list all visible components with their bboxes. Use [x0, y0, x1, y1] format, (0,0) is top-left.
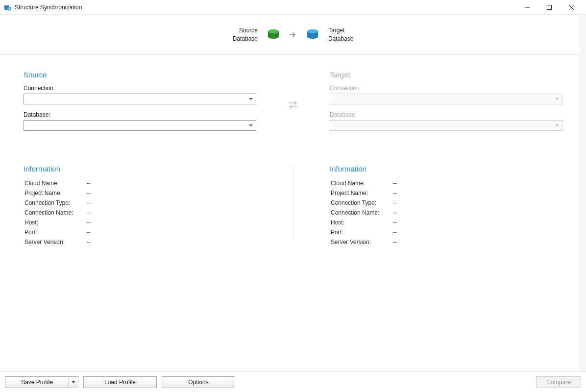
chevron-down-icon	[72, 381, 75, 383]
save-profile-dropdown[interactable]	[69, 381, 78, 383]
source-info-panel: Information Cloud Name:-- Project Name:-…	[24, 165, 256, 247]
svg-point-1	[7, 7, 11, 11]
load-profile-button[interactable]: Load Profile	[83, 376, 157, 388]
target-connection-combo[interactable]	[330, 94, 562, 104]
value: --	[393, 218, 397, 227]
target-database-field-label: Database:	[330, 111, 562, 118]
label: Cloud Name:	[24, 179, 86, 188]
save-profile-label: Save Profile	[5, 377, 69, 388]
value: --	[393, 179, 397, 188]
options-button[interactable]: Options	[162, 376, 235, 388]
label: Project Name:	[331, 189, 392, 197]
value: --	[393, 228, 397, 237]
value: --	[87, 198, 91, 207]
swap-button[interactable]	[256, 71, 330, 110]
svg-point-9	[307, 29, 318, 33]
arrow-right-icon	[289, 31, 297, 39]
load-profile-label: Load Profile	[104, 379, 136, 386]
source-title: Source	[24, 71, 256, 79]
target-info-panel: Information Cloud Name:-- Project Name:-…	[330, 165, 562, 247]
value: --	[393, 189, 397, 197]
target-database-label: Target Database	[328, 26, 353, 43]
label: Host:	[24, 218, 86, 227]
value: --	[87, 218, 91, 227]
svg-point-7	[268, 29, 279, 33]
text: Database	[233, 35, 258, 43]
target-title: Target	[330, 71, 562, 79]
source-info-title: Information	[24, 165, 256, 173]
header-diagram: Source Database Target Database	[0, 15, 586, 55]
main-panel: Source Connection: Database: Target Conn…	[0, 56, 586, 371]
value: --	[87, 179, 91, 188]
value: --	[87, 208, 91, 217]
value: --	[87, 228, 91, 237]
target-panel: Target Connection: Database:	[330, 71, 562, 138]
save-profile-button[interactable]: Save Profile	[5, 376, 78, 388]
label: Connection Name:	[24, 208, 86, 217]
label: Project Name:	[24, 189, 86, 197]
label: Cloud Name:	[331, 179, 392, 188]
info-divider	[293, 165, 293, 238]
database-target-icon	[306, 28, 319, 42]
compare-label: Compare	[546, 379, 570, 386]
label: Connection Type:	[331, 198, 392, 207]
text: Database	[328, 35, 353, 43]
label: Port:	[24, 228, 86, 237]
source-database-label: Source Database	[233, 26, 258, 43]
target-database-combo[interactable]	[330, 120, 562, 131]
source-panel: Source Connection: Database:	[24, 71, 256, 138]
label: Port:	[331, 228, 392, 237]
compare-button[interactable]: Compare	[536, 376, 581, 388]
titlebar: Structure Synchronization	[0, 0, 586, 15]
source-connection-combo[interactable]	[24, 94, 256, 104]
value: --	[87, 238, 91, 246]
label: Host:	[331, 218, 392, 227]
value: --	[393, 208, 397, 217]
footer: Save Profile Load Profile Options Compar…	[0, 371, 586, 392]
label: Connection Type:	[24, 198, 86, 207]
label: Server Version:	[24, 238, 86, 246]
app-icon	[4, 3, 12, 11]
database-source-icon	[267, 28, 280, 42]
label: Server Version:	[331, 238, 392, 246]
scrollbar[interactable]	[580, 15, 586, 371]
source-connection-label: Connection:	[24, 85, 256, 92]
minimize-button[interactable]	[516, 0, 538, 15]
value: --	[87, 189, 91, 197]
window-title: Structure Synchronization	[15, 4, 82, 11]
svg-rect-3	[547, 5, 551, 9]
options-label: Options	[188, 379, 208, 386]
text: Source	[233, 26, 258, 35]
label: Connection Name:	[331, 208, 392, 217]
value: --	[393, 198, 397, 207]
source-database-field-label: Database:	[24, 111, 256, 118]
window-controls	[516, 0, 582, 15]
text: Target	[328, 26, 353, 35]
close-button[interactable]	[560, 0, 582, 15]
maximize-button[interactable]	[538, 0, 560, 15]
source-database-combo[interactable]	[24, 120, 256, 131]
target-connection-label: Connection:	[330, 85, 562, 92]
target-info-title: Information	[330, 165, 562, 173]
value: --	[393, 238, 397, 246]
